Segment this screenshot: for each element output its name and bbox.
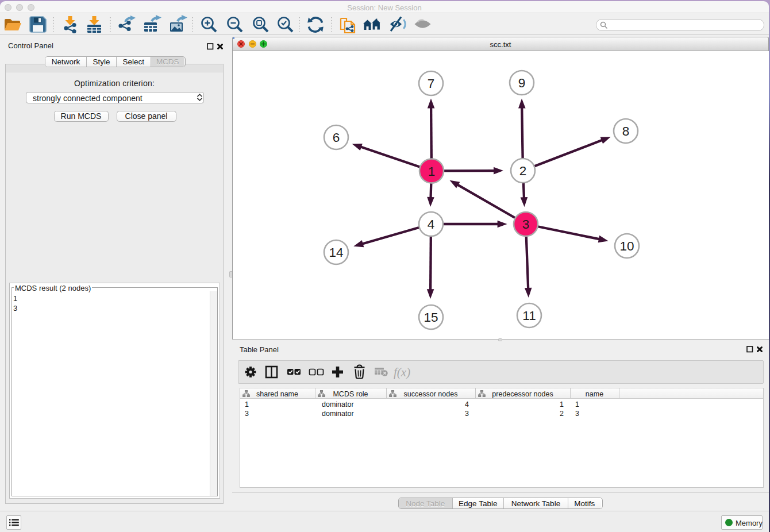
svg-text:f(x): f(x) [394,365,410,379]
